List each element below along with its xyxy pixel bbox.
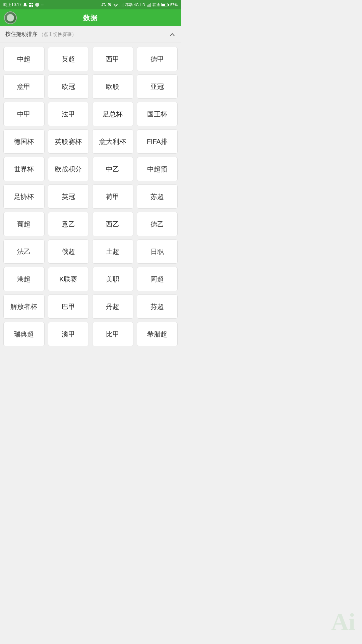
status-time: 晚上10:17 — [3, 2, 21, 8]
svg-rect-11 — [122, 4, 122, 7]
league-item[interactable]: 丹超 — [92, 294, 133, 319]
app-icon-3 — [35, 2, 40, 7]
league-item[interactable]: 足总杯 — [92, 102, 133, 126]
league-item[interactable]: 巴甲 — [48, 294, 89, 319]
league-item[interactable]: FIFA排 — [137, 129, 178, 154]
wifi-icon — [113, 2, 118, 7]
league-item[interactable]: 世界杯 — [3, 157, 45, 181]
league-item[interactable]: 西甲 — [92, 47, 133, 71]
svg-rect-7 — [105, 5, 106, 6]
league-item[interactable]: 阿超 — [137, 267, 178, 291]
league-item[interactable]: 德乙 — [137, 212, 178, 236]
league-item[interactable]: 欧战积分 — [48, 157, 89, 181]
league-item[interactable]: 亚冠 — [137, 74, 178, 99]
svg-rect-4 — [32, 5, 33, 7]
league-item[interactable]: 国王杯 — [137, 102, 178, 126]
headphone-icon — [101, 2, 106, 7]
league-item[interactable]: 荷甲 — [92, 184, 133, 209]
status-right: 移动 4G HD 联通 57% — [101, 2, 178, 7]
svg-rect-16 — [150, 3, 150, 7]
league-item[interactable]: 芬超 — [137, 294, 178, 319]
league-item[interactable]: 苏超 — [137, 184, 178, 209]
league-item[interactable]: 意乙 — [48, 212, 89, 236]
svg-rect-2 — [32, 3, 33, 4]
svg-rect-9 — [120, 5, 120, 7]
league-item[interactable]: 法甲 — [48, 102, 89, 126]
sort-label: 按住拖动排序 （点击切换赛事） — [5, 31, 76, 38]
league-item[interactable]: 意甲 — [3, 74, 45, 99]
league-grid: 中超英超西甲德甲意甲欧冠欧联亚冠中甲法甲足总杯国王杯德国杯英联赛杯意大利杯FIF… — [0, 43, 181, 350]
svg-rect-10 — [121, 5, 121, 7]
signal-icon — [119, 2, 124, 7]
league-item[interactable]: 英超 — [48, 47, 89, 71]
svg-rect-15 — [149, 4, 149, 7]
league-item[interactable]: 欧联 — [92, 74, 133, 99]
league-item[interactable]: 土超 — [92, 239, 133, 264]
league-item[interactable]: 法乙 — [3, 239, 45, 264]
ellipsis: ··· — [41, 2, 44, 7]
page-title: 数据 — [83, 13, 98, 22]
battery-indicator — [161, 3, 169, 6]
status-bar: 晚上10:17 ··· 移动 4G HD 联通 57% — [0, 0, 181, 9]
league-item[interactable]: 日职 — [137, 239, 178, 264]
svg-rect-6 — [102, 5, 103, 6]
league-item[interactable]: 希腊超 — [137, 322, 178, 346]
qq-icon — [23, 2, 27, 7]
network-type: 移动 4G HD — [125, 2, 145, 7]
svg-rect-13 — [147, 5, 147, 7]
bell-icon — [107, 2, 112, 7]
league-item[interactable]: 俄超 — [48, 239, 89, 264]
league-item[interactable]: 足协杯 — [3, 184, 45, 209]
league-item[interactable]: 意大利杯 — [92, 129, 133, 154]
league-item[interactable]: 中乙 — [92, 157, 133, 181]
league-item[interactable]: 德甲 — [137, 47, 178, 71]
league-item[interactable]: 解放者杯 — [3, 294, 45, 319]
league-item[interactable]: 西乙 — [92, 212, 133, 236]
signal-icon-2 — [146, 2, 151, 7]
league-item[interactable]: 澳甲 — [48, 322, 89, 346]
svg-rect-14 — [148, 5, 148, 7]
header: 数据 — [0, 9, 181, 26]
carrier-name: 联通 — [153, 2, 160, 7]
league-item[interactable]: 德国杯 — [3, 129, 45, 154]
league-item[interactable]: 英联赛杯 — [48, 129, 89, 154]
status-left: 晚上10:17 ··· — [3, 2, 44, 8]
league-item[interactable]: 中超 — [3, 47, 45, 71]
app-icon-2 — [29, 2, 34, 7]
svg-point-5 — [35, 3, 39, 7]
league-item[interactable]: 中超预 — [137, 157, 178, 181]
league-item[interactable]: 欧冠 — [48, 74, 89, 99]
battery-percent: 57% — [170, 3, 178, 7]
collapse-button[interactable] — [169, 31, 176, 38]
league-item[interactable]: K联赛 — [48, 267, 89, 291]
league-item[interactable]: 瑞典超 — [3, 322, 45, 346]
svg-rect-12 — [123, 3, 123, 7]
svg-rect-1 — [29, 3, 31, 4]
sort-bar[interactable]: 按住拖动排序 （点击切换赛事） — [0, 26, 181, 43]
sort-sub-text: （点击切换赛事） — [39, 32, 76, 37]
league-item[interactable]: 英冠 — [48, 184, 89, 209]
avatar[interactable] — [4, 11, 17, 24]
svg-rect-3 — [29, 5, 31, 7]
sort-main-text: 按住拖动排序 — [5, 31, 38, 37]
league-item[interactable]: 中甲 — [3, 102, 45, 126]
league-item[interactable]: 比甲 — [92, 322, 133, 346]
league-item[interactable]: 港超 — [3, 267, 45, 291]
league-item[interactable]: 美职 — [92, 267, 133, 291]
league-item[interactable]: 葡超 — [3, 212, 45, 236]
